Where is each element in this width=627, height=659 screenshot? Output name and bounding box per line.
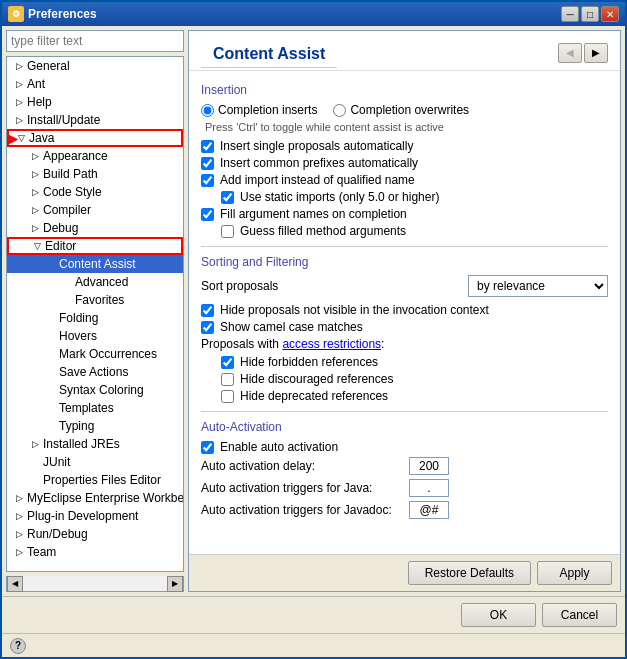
apply-button[interactable]: Apply	[537, 561, 612, 585]
title-bar-left: ⚙ Preferences	[8, 6, 97, 22]
auto-triggers-java-input[interactable]	[409, 479, 449, 497]
hide-deprecated-checkbox[interactable]	[221, 390, 234, 403]
tree-item-debug[interactable]: ▷ Debug	[7, 219, 183, 237]
tree-item-advanced[interactable]: Advanced	[7, 273, 183, 291]
fill-argument-label: Fill argument names on completion	[220, 207, 407, 221]
scroll-left-arrow[interactable]: ◀	[7, 576, 23, 592]
tree-item-content-assist[interactable]: Content Assist	[7, 255, 183, 273]
expand-icon-help: ▷	[11, 94, 27, 110]
tree-item-syntax[interactable]: Syntax Coloring	[7, 381, 183, 399]
hide-not-visible-checkbox[interactable]	[201, 304, 214, 317]
access-restrictions-link[interactable]: access restrictions	[282, 337, 381, 351]
show-camel-checkbox[interactable]	[201, 321, 214, 334]
hide-forbidden-checkbox[interactable]	[221, 356, 234, 369]
tree-item-java[interactable]: ▽ Java	[7, 129, 183, 147]
completion-inserts-option[interactable]: Completion inserts	[201, 103, 317, 117]
tree-item-appearance[interactable]: ▷ Appearance	[7, 147, 183, 165]
forward-button[interactable]: ▶	[584, 43, 608, 63]
hide-deprecated-label: Hide deprecated references	[240, 389, 388, 403]
close-button[interactable]: ✕	[601, 6, 619, 22]
expand-icon-ant: ▷	[11, 76, 27, 92]
completion-overwrites-label: Completion overwrites	[350, 103, 469, 117]
hide-not-visible-row: Hide proposals not visible in the invoca…	[201, 303, 608, 317]
restore-defaults-button[interactable]: Restore Defaults	[408, 561, 531, 585]
enable-auto-label: Enable auto activation	[220, 440, 338, 454]
sort-proposals-select[interactable]: by relevance alphabetically	[468, 275, 608, 297]
window-title: Preferences	[28, 7, 97, 21]
tree-item-favorites[interactable]: Favorites	[7, 291, 183, 309]
expand-icon-install: ▷	[11, 112, 27, 128]
auto-delay-row: Auto activation delay:	[201, 457, 608, 475]
tree-item-hovers[interactable]: Hovers	[7, 327, 183, 345]
tree-item-installed-jres[interactable]: ▷ Installed JREs	[7, 435, 183, 453]
tree-item-typing[interactable]: Typing	[7, 417, 183, 435]
add-import-checkbox[interactable]	[201, 174, 214, 187]
tree-label-plugin: Plug-in Development	[27, 509, 138, 523]
tree-item-mark-occurrences[interactable]: Mark Occurrences	[7, 345, 183, 363]
ok-button[interactable]: OK	[461, 603, 536, 627]
horizontal-scrollbar[interactable]: ◀ ▶	[6, 576, 184, 592]
expand-icon-compiler: ▷	[27, 202, 43, 218]
scroll-track[interactable]	[23, 580, 167, 588]
tree-item-help[interactable]: ▷ Help	[7, 93, 183, 111]
expand-icon-build-path: ▷	[27, 166, 43, 182]
expand-icon-typing	[43, 418, 59, 434]
guess-filled-row: Guess filled method arguments	[221, 224, 608, 238]
maximize-button[interactable]: □	[581, 6, 599, 22]
use-static-checkbox[interactable]	[221, 191, 234, 204]
divider1	[201, 246, 608, 247]
tree-item-team[interactable]: ▷ Team	[7, 543, 183, 561]
tree-item-junit[interactable]: JUnit	[7, 453, 183, 471]
show-camel-row: Show camel case matches	[201, 320, 608, 334]
filter-input[interactable]	[6, 30, 184, 52]
tree-item-editor[interactable]: ▽ Editor	[7, 237, 183, 255]
tree-item-code-style[interactable]: ▷ Code Style	[7, 183, 183, 201]
cancel-button[interactable]: Cancel	[542, 603, 617, 627]
guess-filled-checkbox[interactable]	[221, 225, 234, 238]
tree-item-plugin[interactable]: ▷ Plug-in Development	[7, 507, 183, 525]
enable-auto-checkbox[interactable]	[201, 441, 214, 454]
expand-icon-mark	[43, 346, 59, 362]
auto-triggers-javadoc-input[interactable]	[409, 501, 449, 519]
completion-mode-row: Completion inserts Completion overwrites	[201, 103, 608, 117]
tree-item-myeclipse[interactable]: ▷ MyEclipse Enterprise Workbenc	[7, 489, 183, 507]
tree-label-content-assist: Content Assist	[59, 257, 136, 271]
tree-item-install[interactable]: ▷ Install/Update	[7, 111, 183, 129]
panel-bottom-bar: Restore Defaults Apply	[189, 554, 620, 591]
hide-discouraged-checkbox[interactable]	[221, 373, 234, 386]
guess-filled-label: Guess filled method arguments	[240, 224, 406, 238]
tree-item-run-debug[interactable]: ▷ Run/Debug	[7, 525, 183, 543]
completion-overwrites-option[interactable]: Completion overwrites	[333, 103, 469, 117]
completion-inserts-radio[interactable]	[201, 104, 214, 117]
expand-icon-props	[27, 472, 43, 488]
completion-overwrites-radio[interactable]	[333, 104, 346, 117]
tree-item-props-editor[interactable]: Properties Files Editor	[7, 471, 183, 489]
help-icon[interactable]: ?	[10, 638, 26, 654]
tree-item-compiler[interactable]: ▷ Compiler	[7, 201, 183, 219]
fill-argument-checkbox[interactable]	[201, 208, 214, 221]
tree-label-ant: Ant	[27, 77, 45, 91]
tree-item-templates[interactable]: Templates	[7, 399, 183, 417]
panel-title: Content Assist	[201, 37, 337, 68]
scroll-right-arrow[interactable]: ▶	[167, 576, 183, 592]
insert-common-label: Insert common prefixes automatically	[220, 156, 418, 170]
auto-triggers-java-label: Auto activation triggers for Java:	[201, 481, 401, 495]
minimize-button[interactable]: ─	[561, 6, 579, 22]
preferences-window: ⚙ Preferences ─ □ ✕ ▷ General ▷ Ant	[0, 0, 627, 659]
tree-item-general[interactable]: ▷ General	[7, 57, 183, 75]
tree-label-appearance: Appearance	[43, 149, 108, 163]
tree-item-folding[interactable]: Folding	[7, 309, 183, 327]
expand-icon-team: ▷	[11, 544, 27, 560]
tree-item-save-actions[interactable]: Save Actions	[7, 363, 183, 381]
expand-icon-save	[43, 364, 59, 380]
tree-item-build-path[interactable]: ▷ Build Path	[7, 165, 183, 183]
insert-common-checkbox[interactable]	[201, 157, 214, 170]
tree-item-ant[interactable]: ▷ Ant	[7, 75, 183, 93]
back-button[interactable]: ◀	[558, 43, 582, 63]
auto-delay-input[interactable]	[409, 457, 449, 475]
right-panel: Content Assist ◀ ▶ Insertion Completion …	[188, 30, 621, 592]
insertion-section-title: Insertion	[201, 83, 608, 97]
expand-icon-hovers	[43, 328, 59, 344]
expand-icon-favorites	[59, 292, 75, 308]
insert-single-checkbox[interactable]	[201, 140, 214, 153]
